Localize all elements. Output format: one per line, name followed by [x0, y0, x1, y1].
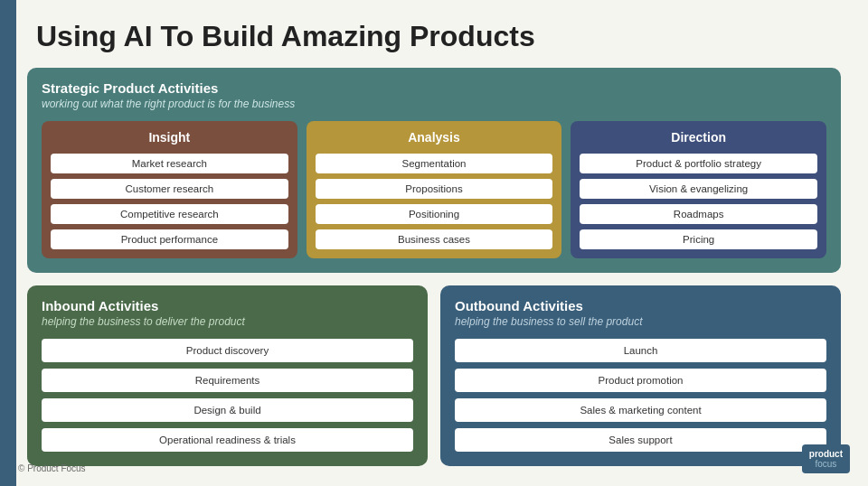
direction-item-1: Product & portfolio strategy — [580, 154, 817, 173]
outbound-item-3: Sales & marketing content — [455, 398, 826, 422]
analysis-item-3: Positioning — [316, 204, 553, 224]
bottom-row: Inbound Activities helping the business … — [27, 285, 841, 466]
logo-top: product — [809, 449, 843, 459]
direction-item-2: Vision & evangelizing — [580, 179, 817, 199]
outbound-item-4: Sales support — [455, 428, 826, 452]
strategic-subtitle: working out what the right product is fo… — [42, 98, 826, 110]
columns-row: Insight Market research Customer researc… — [42, 121, 826, 258]
analysis-item-2: Propositions — [316, 179, 553, 199]
inbound-subtitle: helping the business to deliver the prod… — [42, 315, 413, 328]
copyright-text: © Product Focus — [18, 463, 86, 473]
insight-item-1: Market research — [51, 154, 288, 173]
inbound-title: Inbound Activities — [42, 298, 413, 313]
direction-item-4: Pricing — [580, 229, 817, 249]
left-accent-bar — [0, 0, 16, 486]
outbound-title: Outbound Activities — [455, 298, 826, 313]
insight-column: Insight Market research Customer researc… — [42, 121, 297, 258]
main-content: Strategic Product Activities working out… — [0, 68, 868, 466]
analysis-item-4: Business cases — [316, 229, 553, 249]
direction-header: Direction — [580, 130, 817, 145]
insight-item-4: Product performance — [51, 229, 288, 249]
outbound-subtitle: helping the business to sell the product — [455, 315, 826, 328]
inbound-item-2: Requirements — [42, 369, 413, 392]
direction-column: Direction Product & portfolio strategy V… — [571, 121, 826, 258]
analysis-column: Analysis Segmentation Propositions Posit… — [307, 121, 562, 258]
inbound-item-1: Product discovery — [42, 339, 413, 362]
product-focus-logo: product focus — [802, 444, 850, 473]
insight-header: Insight — [51, 130, 288, 145]
inbound-box: Inbound Activities helping the business … — [27, 285, 428, 466]
insight-item-2: Customer research — [51, 179, 288, 199]
inbound-item-4: Operational readiness & trials — [42, 428, 413, 452]
outbound-item-1: Launch — [455, 339, 826, 362]
inbound-item-3: Design & build — [42, 398, 413, 422]
strategic-title: Strategic Product Activities — [42, 80, 826, 96]
analysis-item-1: Segmentation — [316, 154, 553, 173]
page-title: Using AI To Build Amazing Products — [0, 0, 868, 68]
outbound-box: Outbound Activities helping the business… — [440, 285, 841, 466]
analysis-header: Analysis — [316, 130, 553, 145]
insight-item-3: Competitive research — [51, 204, 288, 224]
strategic-box: Strategic Product Activities working out… — [27, 68, 841, 273]
outbound-item-2: Product promotion — [455, 369, 826, 392]
logo-bottom: focus — [809, 459, 843, 469]
direction-item-3: Roadmaps — [580, 204, 817, 224]
